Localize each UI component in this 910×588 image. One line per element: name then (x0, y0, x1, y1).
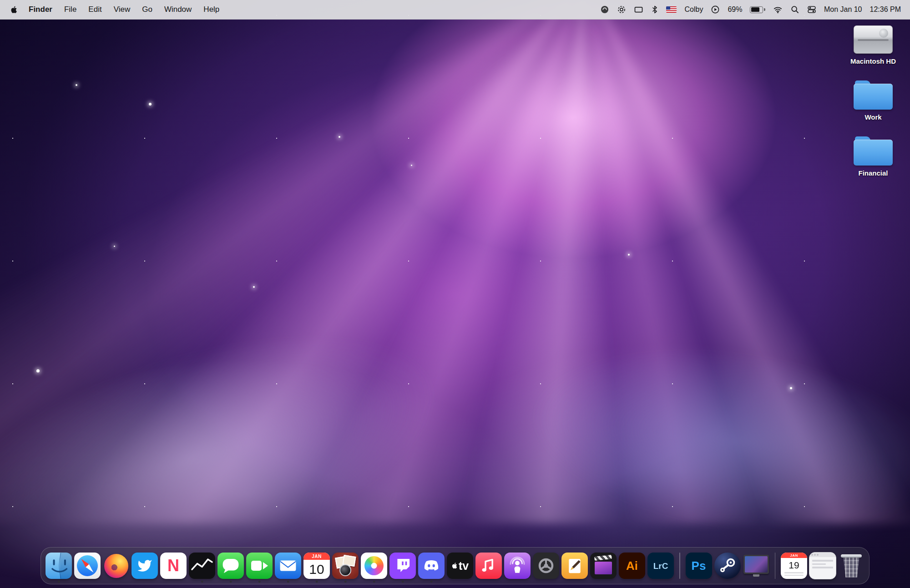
running-indicator (316, 581, 318, 583)
running-indicator (430, 581, 433, 583)
dock-item-photos[interactable] (361, 548, 387, 584)
monitor-stand (753, 574, 759, 577)
folder-icon (854, 136, 893, 166)
monitor-icon (743, 553, 769, 579)
dock-item-music[interactable] (475, 548, 502, 584)
running-indicator (258, 581, 261, 583)
dock-item-stocks[interactable] (189, 548, 215, 584)
clapper-body (595, 562, 612, 574)
illustrator-label: Ai (626, 560, 638, 572)
dock-item-facetime[interactable] (246, 548, 273, 584)
dock-item-trash[interactable] (838, 548, 864, 584)
dock-item-illustrator[interactable]: Ai (619, 548, 645, 584)
bright-star (411, 165, 412, 166)
menu-bar-time[interactable]: 12:36 PM (870, 5, 901, 14)
dock-item-pages[interactable] (561, 548, 588, 584)
photoshop-label: Ps (692, 560, 706, 572)
monitor-screen (745, 556, 768, 573)
dock: N J (40, 547, 870, 584)
desktop-icon-macintosh-hd[interactable]: Macintosh HD (844, 25, 903, 65)
wifi-icon[interactable] (773, 5, 783, 14)
dock-separator (775, 553, 776, 579)
dock-item-podcasts[interactable] (504, 548, 531, 584)
menu-help[interactable]: Help (197, 5, 225, 14)
bright-star (628, 254, 630, 256)
airdrop-icon[interactable] (617, 5, 626, 14)
dock-separator (679, 553, 680, 579)
bright-star (36, 369, 40, 372)
calendar-month: JAN (303, 553, 330, 560)
dock-item-calendar[interactable]: JAN 10 (303, 548, 330, 584)
battery-percentage[interactable]: 69% (728, 5, 742, 14)
menu-view[interactable]: View (108, 5, 136, 14)
twitter-bird-icon (131, 553, 158, 579)
hard-drive-icon (854, 25, 893, 54)
calendar-month: JAN (781, 553, 807, 558)
menu-edit[interactable]: Edit (82, 5, 107, 14)
apple-logo-icon (10, 5, 17, 14)
swirl-icon[interactable] (600, 5, 609, 14)
dock-item-news[interactable]: N (160, 548, 187, 584)
dock-item-photo-booth[interactable] (332, 548, 359, 584)
running-indicator (402, 581, 404, 583)
aurora-wisp (517, 325, 910, 558)
now-playing-icon[interactable] (711, 5, 720, 14)
menu-window[interactable]: Window (158, 5, 197, 14)
desktop[interactable]: Finder File Edit View Go Window Help Col… (0, 0, 910, 588)
trash-basket (842, 557, 861, 578)
window-titlebar (809, 553, 836, 557)
photoshop-icon: Ps (686, 553, 712, 579)
camera-lens (339, 564, 351, 576)
bluetooth-icon[interactable] (651, 5, 658, 14)
battery-nub (764, 8, 765, 11)
dock-item-twitch[interactable] (389, 548, 416, 584)
dock-item-mail[interactable] (275, 548, 301, 584)
dock-item-photoshop[interactable]: Ps (686, 548, 712, 584)
control-center-icon[interactable] (807, 5, 816, 14)
messages-bubble-icon (217, 553, 244, 579)
spotlight-icon[interactable] (790, 5, 799, 14)
dock-item-messages[interactable] (217, 548, 244, 584)
desktop-icon-financial[interactable]: Financial (844, 136, 903, 177)
mail-envelope-icon (275, 553, 301, 579)
lightroom-label: LrC (653, 562, 668, 570)
dock-item-final-cut[interactable] (590, 548, 617, 584)
discord-icon (418, 553, 445, 579)
input-source-us-flag-icon[interactable] (666, 6, 677, 13)
apple-menu[interactable] (9, 5, 23, 14)
bright-star (253, 286, 255, 288)
dock-item-settings[interactable] (533, 548, 559, 584)
dock-item-steam[interactable] (714, 548, 741, 584)
dock-item-discord[interactable] (418, 548, 445, 584)
battery-body (750, 6, 763, 13)
steam-icon (714, 553, 741, 579)
facetime-camera-icon (246, 553, 273, 579)
bright-star (114, 246, 115, 247)
app-menu-finder[interactable]: Finder (23, 5, 58, 14)
dock-item-minimized-window[interactable] (809, 548, 836, 584)
menu-bar-date[interactable]: Mon Jan 10 (824, 5, 862, 14)
bright-star (76, 84, 77, 86)
dock-item-calendar-window[interactable]: JAN 19 (781, 548, 807, 584)
user-menu[interactable]: Colby (684, 5, 703, 14)
dock-item-twitter[interactable] (131, 548, 158, 584)
flag-canton (666, 6, 670, 10)
battery-fill (751, 7, 759, 12)
dock-item-firefox[interactable] (103, 548, 129, 584)
menu-go[interactable]: Go (136, 5, 158, 14)
twitch-glitch-icon (389, 553, 416, 579)
dock-item-display[interactable] (743, 548, 769, 584)
display-icon[interactable] (634, 5, 643, 14)
flower-petals (364, 556, 384, 575)
dock-item-safari[interactable] (74, 548, 101, 584)
desktop-icon-work[interactable]: Work (844, 80, 903, 121)
dock-item-finder[interactable] (46, 548, 72, 584)
menu-file[interactable]: File (58, 5, 82, 14)
dock-item-lightroom[interactable]: LrC (647, 548, 674, 584)
clapper-top (594, 555, 612, 561)
battery-icon[interactable] (750, 6, 765, 13)
dock-item-apple-tv[interactable]: tv (447, 548, 473, 584)
folder-front (854, 140, 893, 166)
running-indicator (344, 581, 347, 583)
calendar-day: 10 (303, 560, 330, 579)
